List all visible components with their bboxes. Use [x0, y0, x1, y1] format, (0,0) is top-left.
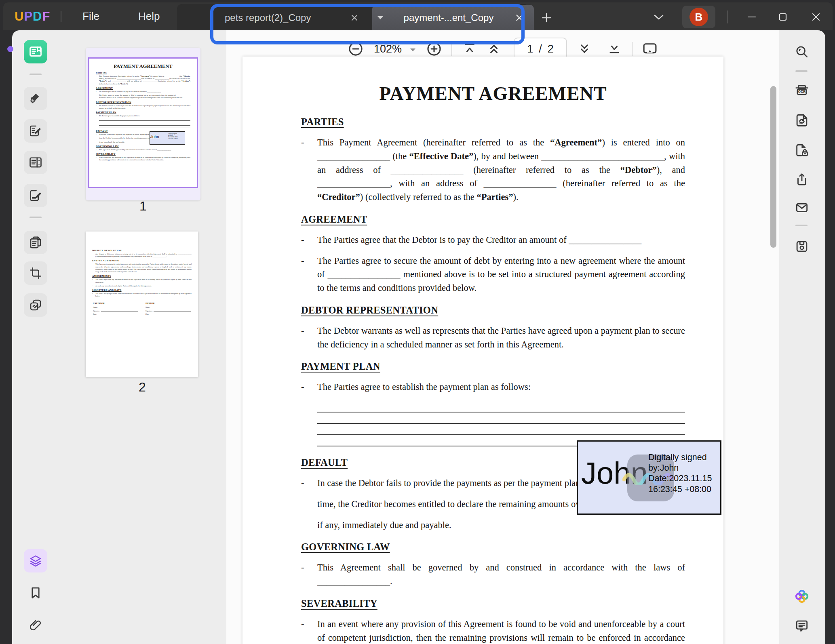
organize-pages-tool-button[interactable]: [24, 151, 47, 174]
signature-info: Digitally signed by:John Date:2023.11.15…: [648, 452, 716, 495]
layers-panel-button[interactable]: [24, 549, 47, 572]
tab-pets-report[interactable]: pets report(2)_Copy: [217, 5, 388, 30]
signer-row-line: [151, 306, 191, 308]
signature-info: Digitally signed by:John Date:2023.11.15…: [168, 133, 184, 139]
digital-signature-stamp[interactable]: John Digitally signed by:John Date:2023.…: [577, 440, 721, 515]
share-button[interactable]: [790, 168, 814, 191]
zoom-caret-icon[interactable]: [410, 48, 416, 52]
tab-close-icon[interactable]: [346, 10, 363, 26]
zoom-out-button[interactable]: [346, 40, 365, 58]
convert-file-icon: [794, 113, 810, 128]
signer-row-line: [154, 310, 191, 312]
doc-paragraph: This Agreement shall be governed by and …: [301, 561, 685, 588]
convert-button[interactable]: [790, 109, 814, 132]
list-dash: [92, 293, 95, 297]
doc-heading: SEVERABILITY: [301, 598, 685, 609]
save-icon: [794, 239, 810, 254]
doc-paragraph: This Payment Agreement (hereinafter refe…: [96, 75, 190, 85]
doc-heading: SIGNATURE AND DATE: [92, 289, 192, 291]
list-dash: [96, 94, 99, 99]
mail-icon: [794, 200, 810, 215]
zoom-level[interactable]: 102%: [374, 43, 402, 55]
crop-tool-button[interactable]: [24, 261, 47, 285]
paperclip-icon: [28, 618, 43, 632]
logo-letter: F: [42, 9, 50, 23]
tab-payment-agreement[interactable]: payment-...ent_Copy: [372, 5, 534, 30]
chat-icon: [794, 618, 810, 633]
menu-help[interactable]: Help: [138, 10, 160, 23]
wipe-tool-button[interactable]: [24, 293, 47, 317]
logo-letter: P: [24, 9, 33, 23]
list-dash: [96, 137, 99, 139]
comment-tool-button[interactable]: [24, 87, 47, 110]
email-button[interactable]: [790, 196, 814, 219]
next-page-button[interactable]: [575, 40, 594, 58]
tab-close-icon[interactable]: [511, 10, 527, 26]
doc-heading: PARTIES: [301, 116, 685, 128]
signer-column: CREDITORName:Signature:Date:: [93, 302, 138, 317]
signer-row: Name:: [93, 306, 138, 308]
doc-paragraph: This Payment Agreement (hereinafter refe…: [301, 136, 685, 204]
zoom-in-button[interactable]: [425, 40, 443, 58]
doc-paragraph: The Parties agree to secure the amount o…: [301, 254, 685, 295]
reader-tool-button[interactable]: [24, 40, 47, 63]
doc-heading: GOVERNING LAW: [301, 541, 685, 553]
ai-assistant-button[interactable]: [790, 585, 814, 608]
signer-row-line: [98, 306, 138, 308]
edit-note-icon: [28, 124, 43, 138]
previous-page-button[interactable]: [485, 40, 503, 58]
doc-title: PAYMENT AGREEMENT: [96, 63, 190, 69]
feedback-button[interactable]: [790, 614, 814, 638]
doc-title: PAYMENT AGREEMENT: [301, 82, 685, 104]
list-dash: [301, 497, 317, 511]
tab-label: payment-...ent_Copy: [386, 12, 511, 23]
list-dash: [301, 233, 317, 247]
presentation-mode-button[interactable]: [641, 40, 659, 58]
doc-heading: AGREEMENT: [96, 87, 190, 89]
page-tools-button[interactable]: [24, 231, 47, 254]
doc-heading: PARTIES: [96, 72, 190, 74]
list-dash: [301, 476, 317, 490]
account-button[interactable]: B: [682, 6, 715, 28]
doc-text: The Parties agree that the Debtor is to …: [317, 233, 685, 247]
protect-button[interactable]: [790, 139, 814, 162]
menu-file[interactable]: File: [82, 10, 99, 23]
signer-title: DEBTOR: [145, 302, 191, 305]
first-page-button[interactable]: [460, 40, 479, 58]
crop-icon: [28, 266, 43, 280]
doc-paragraph: The Parties agree to establish the payme…: [96, 115, 190, 117]
doc-paragraph: In an event where any provision of this …: [96, 156, 190, 161]
list-dash: [301, 136, 317, 204]
list-dash: [92, 253, 95, 258]
page-thumbnail-2[interactable]: DISPUTE RESOLUTIONAny dispute or differe…: [86, 232, 198, 377]
search-button[interactable]: [790, 40, 814, 63]
thumbnail-page2-content: DISPUTE RESOLUTIONAny dispute or differe…: [86, 232, 198, 377]
highlighter-icon: [28, 91, 43, 106]
blank-line: [317, 412, 685, 424]
minimize-button[interactable]: [741, 9, 762, 25]
updf-logo: UPDF: [15, 9, 50, 24]
pdf-page: PAYMENT AGREEMENT PARTIESThis Payment Ag…: [242, 57, 723, 644]
doc-text: This Agreement shall be governed by and …: [317, 561, 685, 588]
reader-settings-icon: [28, 155, 43, 170]
signer-row-line: [101, 310, 138, 312]
ocr-button[interactable]: OCR: [790, 79, 814, 102]
last-page-button[interactable]: [605, 40, 624, 58]
signer-row: Name:: [145, 306, 191, 308]
page-thumbnail-1[interactable]: PAYMENT AGREEMENT PARTIESThis Payment Ag…: [86, 48, 200, 200]
signer-column: DEBTORName:Signature:Date:: [145, 302, 191, 317]
list-dash: [96, 75, 99, 85]
tab-label: pets report(2)_Copy: [225, 12, 346, 23]
close-button[interactable]: [805, 9, 827, 25]
fill-sign-tool-button[interactable]: [24, 184, 47, 207]
maximize-button[interactable]: [772, 9, 793, 25]
bookmark-panel-button[interactable]: [24, 581, 47, 605]
save-button[interactable]: [790, 235, 814, 258]
chevron-down-icon[interactable]: [652, 12, 666, 23]
vertical-scrollbar[interactable]: [770, 86, 776, 248]
edit-pdf-tool-button[interactable]: [24, 119, 47, 143]
list-dash: [96, 141, 99, 143]
attachment-panel-button[interactable]: [24, 613, 47, 637]
chevron-down-icon[interactable]: [377, 16, 384, 20]
new-tab-button[interactable]: [538, 10, 555, 26]
